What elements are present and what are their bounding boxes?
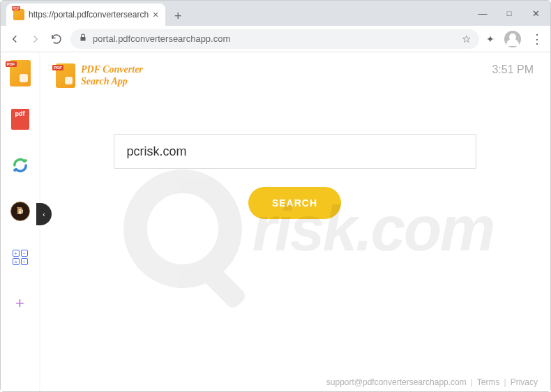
- extensions-icon[interactable]: ✦: [486, 33, 495, 45]
- brand: PDF Converter Search App: [56, 63, 143, 88]
- browser-tab[interactable]: https://portal.pdfconvertersearch ×: [6, 3, 165, 26]
- forward-button[interactable]: [29, 32, 43, 46]
- bookmark-star-icon[interactable]: ☆: [462, 33, 471, 45]
- address-bar[interactable]: portal.pdfconvertersearchapp.com ☆: [70, 29, 479, 49]
- tab-bar: https://portal.pdfconvertersearch × +: [1, 1, 467, 26]
- sidebar: B +−×÷ + ‹: [1, 52, 39, 391]
- window-controls: — □ ✕: [460, 1, 550, 26]
- sidebar-item-calculator[interactable]: +−×÷: [9, 246, 31, 269]
- reload-button[interactable]: [50, 32, 63, 46]
- tab-favicon-icon: [13, 9, 24, 20]
- minimize-button[interactable]: —: [478, 8, 488, 18]
- footer-privacy-link[interactable]: Privacy: [511, 377, 538, 387]
- url-text: portal.pdfconvertersearchapp.com: [93, 33, 230, 44]
- header-row: PDF Converter Search App 3:51 PM: [56, 63, 534, 88]
- footer: support@pdfconvertersearchapp.com | Term…: [326, 377, 538, 387]
- tab-close-icon[interactable]: ×: [153, 9, 158, 20]
- maximize-button[interactable]: □: [504, 8, 514, 18]
- account-icon[interactable]: [504, 31, 521, 47]
- search-button[interactable]: SEARCH: [248, 187, 341, 219]
- lock-icon: [79, 33, 87, 44]
- calculator-icon: +−×÷: [13, 250, 28, 265]
- search-input[interactable]: [114, 134, 476, 169]
- sidebar-item-app[interactable]: [9, 62, 31, 84]
- brand-line1: PDF Converter: [81, 64, 143, 75]
- back-button[interactable]: [8, 32, 22, 46]
- app-logo-icon: [10, 60, 31, 86]
- plus-icon: +: [15, 294, 24, 312]
- toolbar-right: ✦ ⋮: [486, 31, 543, 47]
- new-tab-button[interactable]: +: [168, 6, 188, 26]
- kebab-menu-icon[interactable]: ⋮: [531, 31, 543, 47]
- main-area: risk.com PDF Converter Search App 3:51 P…: [39, 52, 550, 391]
- clock: 3:51 PM: [492, 63, 534, 76]
- badge-icon: B: [10, 202, 30, 221]
- footer-terms-link[interactable]: Terms: [477, 377, 500, 387]
- brand-logo-icon: [56, 63, 75, 88]
- sidebar-item-badge[interactable]: B: [9, 200, 31, 223]
- brand-text: PDF Converter Search App: [81, 64, 143, 86]
- sidebar-item-refresh[interactable]: [9, 154, 31, 176]
- brand-line2: Search App: [81, 76, 143, 87]
- footer-email-link[interactable]: support@pdfconvertersearchapp.com: [326, 377, 467, 387]
- sidebar-item-add[interactable]: +: [9, 292, 31, 315]
- pdf-icon: [11, 109, 29, 130]
- tab-title: https://portal.pdfconvertersearch: [29, 10, 149, 20]
- sidebar-item-pdf[interactable]: [9, 108, 31, 130]
- footer-sep: |: [504, 377, 506, 387]
- nav-bar: portal.pdfconvertersearchapp.com ☆ ✦ ⋮: [1, 26, 550, 52]
- page-content: B +−×÷ + ‹ risk.com PDF Converter: [1, 52, 550, 391]
- refresh-icon: [10, 156, 30, 175]
- search-area: SEARCH: [56, 134, 534, 219]
- footer-sep: |: [471, 377, 473, 387]
- close-window-button[interactable]: ✕: [531, 8, 541, 18]
